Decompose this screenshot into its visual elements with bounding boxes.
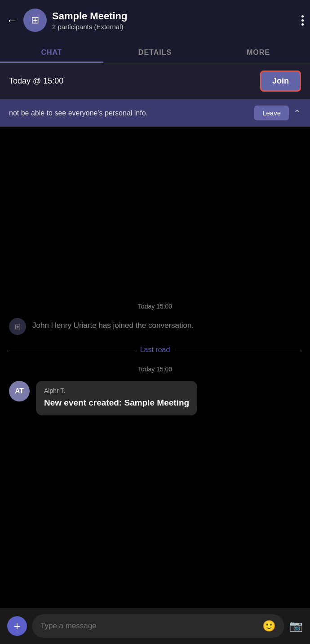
more-dot-2 — [301, 19, 304, 22]
more-button[interactable] — [301, 15, 304, 26]
user-avatar: AT — [9, 381, 30, 401]
tab-details[interactable]: DETAILS — [103, 40, 207, 63]
avatar-icon: ⊞ — [31, 14, 39, 26]
meeting-subtitle: 2 participants (External) — [52, 23, 296, 31]
join-button[interactable]: Join — [260, 71, 301, 92]
meeting-title: Sample Meeting — [52, 10, 296, 22]
more-dot-1 — [301, 15, 304, 18]
system-message-text: John Henry Uriarte has joined the conver… — [32, 318, 194, 331]
system-event-timestamp: Today 15:00 — [0, 297, 310, 313]
tab-chat[interactable]: CHAT — [0, 40, 103, 63]
camera-button[interactable]: 📷 — [289, 620, 303, 632]
message-bubble: Alphr T. New event created: Sample Meeti… — [36, 381, 197, 415]
tab-more[interactable]: MORE — [207, 40, 310, 63]
input-bar: + 🙂 📷 — [0, 608, 310, 644]
last-read-divider: Last read — [0, 340, 310, 360]
last-read-line-left — [9, 350, 135, 350]
notice-bar: not be able to see everyone's personal i… — [0, 99, 310, 127]
message-content: New event created: Sample Meeting — [44, 397, 189, 409]
meeting-time: Today @ 15:00 — [9, 76, 63, 86]
back-button[interactable]: ← — [6, 13, 18, 27]
system-message: ⊞ John Henry Uriarte has joined the conv… — [0, 313, 310, 340]
chat-spacer — [0, 127, 310, 297]
message-input-wrap: 🙂 — [32, 614, 284, 638]
leave-button[interactable]: Leave — [254, 106, 289, 120]
system-avatar-icon: ⊞ — [9, 318, 26, 335]
meeting-banner: Today @ 15:00 Join — [0, 63, 310, 99]
last-read-label: Last read — [140, 346, 170, 354]
emoji-button[interactable]: 🙂 — [262, 620, 276, 632]
plus-icon: + — [13, 619, 20, 633]
message-timestamp: Today 15:00 — [0, 360, 310, 376]
message-input[interactable] — [40, 622, 258, 631]
avatar: ⊞ — [23, 9, 47, 32]
header-info: Sample Meeting 2 participants (External) — [52, 10, 296, 31]
chat-area: Today 15:00 ⊞ John Henry Uriarte has joi… — [0, 127, 310, 429]
tabs: CHAT DETAILS MORE — [0, 40, 310, 63]
header: ← ⊞ Sample Meeting 2 participants (Exter… — [0, 0, 310, 40]
message-sender: Alphr T. — [44, 387, 189, 394]
message-row: AT Alphr T. New event created: Sample Me… — [0, 376, 310, 420]
add-button[interactable]: + — [7, 616, 27, 636]
more-dot-3 — [301, 23, 304, 26]
chevron-up-icon[interactable]: ⌃ — [293, 108, 301, 119]
last-read-line-right — [175, 350, 301, 350]
notice-text: not be able to see everyone's personal i… — [9, 109, 254, 117]
